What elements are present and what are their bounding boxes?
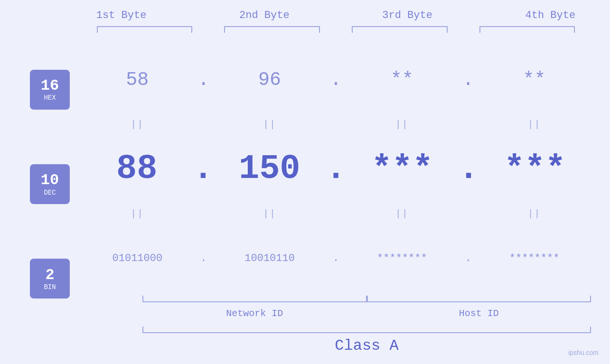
top-bracket-2 — [208, 26, 336, 33]
bin-dot-1: . — [194, 252, 213, 264]
dec-row: 88 . 150 . *** . *** — [81, 131, 591, 206]
sep-4: || — [478, 119, 591, 130]
hex-row: 58 . 96 . ** . ** — [81, 42, 591, 117]
sep-dec-bin: || || || || — [81, 206, 591, 221]
sep-1: || — [81, 119, 194, 130]
bin-number: 2 — [45, 267, 54, 283]
hex-val-2: 96 — [213, 69, 327, 91]
hex-dot-1: . — [194, 69, 213, 91]
class-label: Class A — [142, 337, 591, 355]
hex-number: 16 — [41, 77, 59, 94]
bin-label: BIN — [44, 283, 56, 291]
hex-val-4: ** — [478, 69, 591, 91]
bin-val-1: 01011000 — [81, 252, 194, 264]
byte-headers: 1st Byte 2nd Byte 3rd Byte 4th Byte — [50, 9, 610, 21]
network-id-label: Network ID — [142, 308, 367, 319]
hex-badge: 16 HEX — [30, 70, 70, 110]
hex-val-1: 58 — [81, 69, 194, 91]
sep-2: || — [213, 119, 327, 130]
dec-dot-2: . — [326, 149, 346, 188]
sep-b3: || — [346, 208, 459, 219]
byte-header-2: 2nd Byte — [193, 9, 336, 21]
content-area: 16 HEX 10 DEC 2 BIN 58 . — [19, 42, 591, 355]
dec-dot-1: . — [193, 149, 213, 188]
bin-val-2: 10010110 — [213, 252, 327, 264]
main-container: 1st Byte 2nd Byte 3rd Byte 4th Byte 16 H… — [0, 0, 610, 364]
dec-val-3: *** — [346, 149, 458, 188]
sep-hex-dec: || || || || — [81, 117, 591, 131]
dec-badge: 10 DEC — [30, 164, 70, 204]
bin-badge: 2 BIN — [30, 259, 70, 299]
dec-dot-3: . — [458, 149, 479, 188]
top-bracket-4 — [463, 26, 591, 33]
dec-val-4: *** — [479, 149, 591, 188]
watermark: ipshu.com — [568, 349, 599, 356]
bin-dot-2: . — [327, 252, 346, 264]
host-bracket — [367, 296, 591, 302]
bin-val-3: ******** — [346, 252, 459, 264]
top-bracket-3 — [336, 26, 464, 33]
bottom-brackets — [142, 296, 591, 305]
host-id-label: Host ID — [367, 308, 591, 319]
dec-label: DEC — [44, 189, 56, 196]
top-bracket-1 — [81, 26, 208, 33]
byte-header-1: 1st Byte — [50, 9, 193, 21]
byte-header-3: 3rd Byte — [336, 9, 479, 21]
dec-number: 10 — [41, 172, 59, 188]
sep-3: || — [346, 119, 459, 130]
hex-dot-3: . — [459, 69, 478, 91]
id-labels-row: Network ID Host ID — [142, 308, 591, 319]
bin-dot-3: . — [459, 252, 478, 264]
byte-header-4: 4th Byte — [479, 9, 610, 21]
top-brackets — [81, 26, 591, 33]
big-bracket — [142, 327, 591, 333]
sep-b2: || — [213, 208, 327, 219]
dec-val-1: 88 — [81, 149, 193, 188]
dec-val-2: 150 — [214, 149, 326, 188]
bin-val-4: ******** — [478, 252, 591, 264]
net-bracket — [142, 296, 367, 302]
hex-val-3: ** — [346, 69, 459, 91]
bin-row: 01011000 . 10010110 . ******** . — [81, 221, 591, 296]
bottom-section: Network ID Host ID Class A — [142, 296, 591, 355]
sep-b1: || — [81, 208, 194, 219]
sep-b4: || — [478, 208, 591, 219]
grid-area: 58 . 96 . ** . ** — [81, 42, 591, 355]
base-labels-column: 16 HEX 10 DEC 2 BIN — [19, 42, 81, 355]
big-bracket-row — [142, 327, 591, 333]
hex-dot-2: . — [327, 69, 346, 91]
hex-label: HEX — [44, 94, 56, 102]
